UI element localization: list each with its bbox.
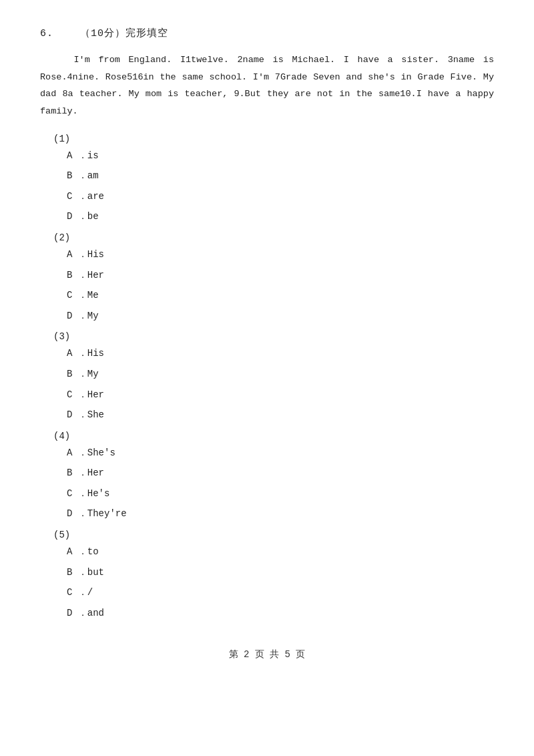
question-type: （10分）完形填空 (80, 28, 168, 39)
question-title: 6. （10分）完形填空 (40, 27, 494, 39)
sub-question-3: (3)A ．HisB ．MyC ．HerD ．She (40, 331, 494, 423)
option-1-d: D ．be (40, 208, 494, 226)
sub-question-5: (5)A ．toB ．butC ．/D ．and (40, 530, 494, 622)
question-number: 6. (40, 28, 53, 39)
option-2-d: D ．My (40, 307, 494, 325)
option-4-c: C ．He's (40, 485, 494, 503)
option-1-c: C ．are (40, 188, 494, 206)
passage-content (40, 55, 74, 65)
page-footer: 第 2 页 共 5 页 (40, 648, 494, 660)
sub-question-number-5: (5) (40, 530, 494, 540)
option-2-b: B ．Her (40, 266, 494, 285)
option-1-a: A ．is (40, 147, 494, 165)
sub-questions-container: (1)A ．isB ．amC ．areD ．be(2)A ．HisB ．HerC… (40, 134, 494, 622)
sub-question-number-4: (4) (40, 431, 494, 441)
passage-text: I'm from England. I1twelve. 2name is Mic… (40, 51, 494, 120)
option-3-c: C ．Her (40, 386, 494, 404)
option-5-b: B ．but (40, 564, 494, 582)
sub-question-4: (4)A ．She'sB ．HerC ．He'sD ．They're (40, 431, 494, 523)
sub-question-1: (1)A ．isB ．amC ．areD ．be (40, 134, 494, 226)
option-2-c: C ．Me (40, 287, 494, 305)
question-section: 6. （10分）完形填空 I'm from England. I1twelve.… (40, 27, 494, 622)
option-3-d: D ．She (40, 406, 494, 424)
option-4-b: B ．Her (40, 464, 494, 482)
option-2-a: A ．His (40, 246, 494, 264)
option-5-a: A ．to (40, 543, 494, 561)
option-4-a: A ．She's (40, 444, 494, 462)
sub-question-number-1: (1) (40, 134, 494, 144)
sub-question-2: (2)A ．HisB ．HerC ．MeD ．My (40, 232, 494, 325)
sub-question-number-2: (2) (40, 232, 494, 243)
option-5-c: C ．/ (40, 584, 494, 602)
option-3-b: B ．My (40, 365, 494, 383)
sub-question-number-3: (3) (40, 331, 494, 342)
option-4-d: D ．They're (40, 505, 494, 523)
option-5-d: D ．and (40, 604, 494, 622)
option-1-b: B ．am (40, 167, 494, 185)
option-3-a: A ．His (40, 345, 494, 363)
